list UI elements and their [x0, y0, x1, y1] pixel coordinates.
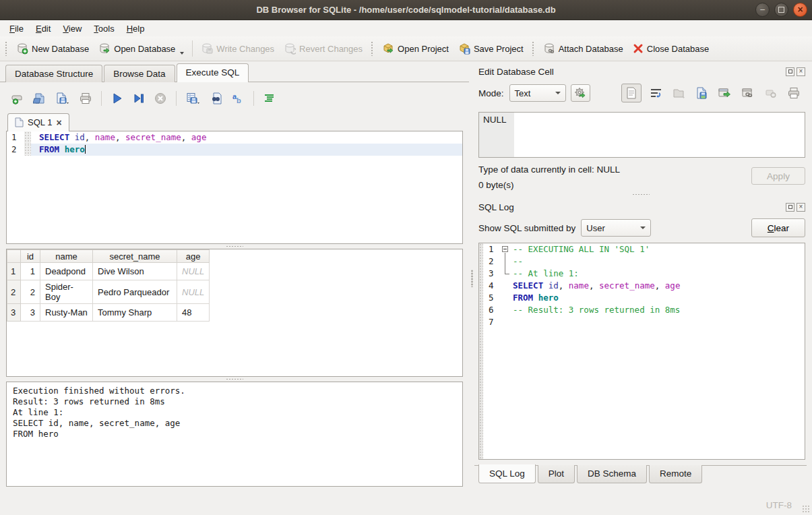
resize-grip-icon[interactable]	[802, 505, 810, 513]
close-icon[interactable]	[793, 3, 807, 17]
open-sql-file-button[interactable]	[30, 90, 49, 107]
row-number[interactable]: 1	[7, 263, 21, 280]
sql-log-view[interactable]: 1-- EXECUTING ALL IN 'SQL 1'2--3-- At li…	[478, 243, 805, 460]
menu-tools[interactable]: Tools	[88, 22, 120, 36]
log-line[interactable]: 5FROM hero	[479, 292, 805, 304]
toolbar-drag-handle[interactable]	[532, 41, 535, 56]
log-line[interactable]: 2--	[479, 255, 805, 268]
revert-changes-icon	[284, 42, 296, 55]
print-sql-button[interactable]	[76, 90, 95, 107]
cell-info-row: Type of data currently in cell: NULL 0 b…	[478, 164, 805, 190]
execute-all-button[interactable]	[108, 90, 127, 107]
pane-splitter[interactable]	[469, 61, 474, 495]
tab-remote[interactable]: Remote	[649, 465, 702, 483]
open-database-button[interactable]: Open Database	[94, 40, 189, 57]
apply-button[interactable]: Apply	[751, 167, 805, 185]
fold-collapse-icon[interactable]	[501, 243, 513, 255]
format-sql-button[interactable]	[260, 90, 279, 107]
editor-line[interactable]: 2FROM hero	[7, 144, 462, 156]
print-cell-button[interactable]	[785, 85, 803, 101]
tab-plot[interactable]: Plot	[538, 465, 575, 483]
table-cell[interactable]: Pedro Parqueador	[93, 280, 177, 304]
tab-browse-data[interactable]: Browse Data	[104, 65, 175, 82]
editor-line[interactable]: 1SELECT id, name, secret_name, age	[7, 131, 462, 144]
float-dock-icon[interactable]	[786, 203, 794, 212]
column-header[interactable]: secret_name	[93, 250, 177, 263]
word-wrap-button[interactable]	[648, 85, 664, 101]
save-sql-file-button[interactable]	[52, 90, 73, 107]
sql-editor[interactable]: 1SELECT id, name, secret_name, age2FROM …	[6, 131, 463, 244]
execute-line-button[interactable]	[129, 90, 148, 107]
dock-splitter[interactable]	[474, 190, 807, 198]
table-cell[interactable]: 3	[21, 304, 40, 322]
log-filter-select[interactable]: User	[581, 219, 651, 237]
table-cell[interactable]: NULL	[177, 280, 210, 304]
open-project-button[interactable]: Open Project	[377, 40, 454, 57]
save-results-button[interactable]	[183, 90, 204, 107]
table-cell[interactable]: 2	[21, 280, 40, 304]
log-line[interactable]: 4SELECT id, name, secret_name, age	[479, 280, 805, 292]
text-view-button[interactable]	[621, 84, 642, 102]
row-number[interactable]: 3	[7, 304, 21, 322]
new-database-button[interactable]: New Database	[11, 40, 94, 57]
log-line[interactable]: 6-- Result: 3 rows returned in 8ms	[479, 304, 805, 316]
revert-changes-button[interactable]: Revert Changes	[279, 40, 367, 57]
column-header[interactable]: age	[177, 250, 210, 263]
tab-db-schema[interactable]: DB Schema	[577, 465, 647, 483]
splitter-handle[interactable]	[6, 244, 463, 249]
column-header[interactable]: name	[40, 250, 93, 263]
log-line[interactable]: 1-- EXECUTING ALL IN 'SQL 1'	[479, 243, 805, 255]
maximize-icon[interactable]	[774, 3, 788, 17]
dock-buttons: ×	[786, 67, 805, 76]
sql-file-tab[interactable]: SQL 1 ×	[7, 113, 69, 131]
splitter-handle[interactable]	[6, 377, 463, 382]
table-cell[interactable]: Spider-Boy	[40, 280, 93, 304]
export-button[interactable]	[716, 85, 733, 101]
save-as-button[interactable]	[694, 85, 710, 101]
close-dock-icon[interactable]: ×	[797, 203, 805, 212]
table-cell[interactable]: NULL	[177, 263, 210, 280]
menu-help[interactable]: Help	[121, 22, 151, 36]
execution-message[interactable]: Execution finished without errors. Resul…	[6, 382, 463, 487]
set-null-button[interactable]	[763, 85, 779, 101]
menu-edit[interactable]: Edit	[30, 22, 57, 36]
close-dock-icon[interactable]: ×	[797, 67, 805, 76]
new-tab-button[interactable]	[9, 90, 28, 107]
write-changes-button[interactable]: Write Changes	[196, 40, 279, 57]
attach-database-button[interactable]: Attach Database	[538, 40, 628, 57]
clear-log-button[interactable]: Clear	[751, 218, 805, 237]
menu-file[interactable]: File	[3, 22, 30, 36]
table-cell[interactable]: 1	[21, 263, 40, 280]
apply-settings-button[interactable]	[571, 84, 590, 102]
mode-select[interactable]: Text	[509, 84, 566, 102]
column-header[interactable]: id	[21, 250, 40, 263]
titlebar: DB Browser for SQLite - /home/user/code/…	[0, 0, 812, 20]
log-line[interactable]: 3-- At line 1:	[479, 268, 805, 280]
cell-value-editor[interactable]: NULL	[478, 112, 805, 158]
table-cell[interactable]: Dive Wilson	[93, 263, 177, 280]
results-grid[interactable]: idnamesecret_nameage 11DeadpondDive Wils…	[6, 249, 463, 377]
minimize-icon[interactable]	[755, 3, 770, 17]
close-database-button[interactable]: Close Database	[628, 40, 714, 57]
find-replace-button[interactable]	[207, 90, 226, 107]
tab-execute-sql[interactable]: Execute SQL	[177, 63, 249, 82]
row-number[interactable]: 2	[7, 280, 21, 304]
close-tab-icon[interactable]: ×	[56, 118, 61, 127]
menu-view[interactable]: View	[57, 22, 88, 36]
auto-complete-button[interactable]: ab	[228, 90, 247, 107]
stop-button[interactable]	[151, 90, 170, 107]
save-project-button[interactable]: Save Project	[454, 40, 528, 57]
tab-sql-log[interactable]: SQL Log	[478, 464, 536, 483]
float-dock-icon[interactable]	[786, 67, 794, 76]
tab-database-structure[interactable]: Database Structure	[5, 65, 102, 82]
table-cell[interactable]: Tommy Sharp	[93, 304, 177, 322]
table-cell[interactable]: Deadpond	[40, 263, 93, 280]
link-button[interactable]	[739, 85, 757, 101]
toolbar-drag-handle[interactable]	[371, 41, 374, 56]
toolbar-drag-handle[interactable]	[5, 41, 8, 56]
table-cell[interactable]: 48	[177, 304, 210, 322]
table-cell[interactable]: Rusty-Man	[40, 304, 93, 322]
open-in-editor-button[interactable]	[670, 85, 688, 101]
log-line[interactable]: 7	[479, 316, 805, 328]
cell-texts: Type of data currently in cell: NULL 0 b…	[478, 164, 620, 190]
